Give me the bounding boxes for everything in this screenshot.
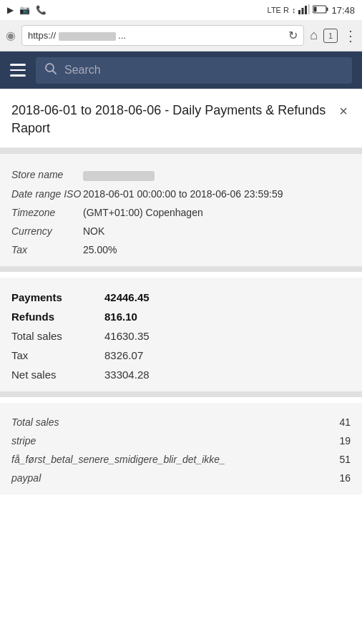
report-header: 2018-06-01 to 2018-06-06 - Daily Payment…: [0, 89, 362, 148]
signal-bars: [298, 4, 310, 16]
tax-value: 8326.07: [104, 349, 143, 361]
search-icon: [44, 62, 57, 79]
total-sales-value: 41630.35: [104, 330, 150, 342]
svg-line-8: [53, 70, 57, 74]
svg-rect-0: [298, 10, 300, 14]
info-row-timezone: Timezone (GMT+01:00) Copenhagen: [11, 203, 351, 222]
shield-icon: ◉: [6, 29, 16, 42]
browser-bar: ◉ https:// ... ↻ ⌂ 1 ⋮: [0, 20, 362, 52]
app-header: [0, 52, 362, 89]
hamburger-menu[interactable]: [10, 64, 26, 77]
bottom-row-total-sales: Total sales 41: [11, 413, 351, 431]
bottom-row-fa-forst: få_først_betal_senere_smidigere_blir_det…: [11, 450, 351, 469]
info-row-currency: Currency NOK: [11, 222, 351, 240]
stats-row-tax: Tax 8326.07: [11, 346, 351, 365]
play-icon: ▶: [7, 5, 14, 15]
currency-label: Currency: [11, 225, 83, 237]
payments-label: Payments: [11, 291, 104, 303]
divider-2: [0, 266, 362, 272]
status-bar: ▶ 📷 📞 LTE R ↕ 17:48: [0, 0, 362, 20]
stats-row-refunds: Refunds 816.10: [11, 307, 351, 326]
stats-section: Payments 42446.45 Refunds 816.10 Total s…: [0, 278, 362, 391]
menu-icon[interactable]: ⋮: [343, 27, 356, 44]
tax-label: Tax: [11, 349, 104, 361]
timezone-value: (GMT+01:00) Copenhagen: [83, 207, 351, 218]
close-button[interactable]: ×: [336, 103, 351, 119]
stats-row-total-sales: Total sales 41630.35: [11, 326, 351, 346]
refunds-value: 816.10: [104, 311, 137, 323]
bottom-row-stripe: stripe 19: [11, 431, 351, 450]
signal-arrows: ↕: [292, 6, 296, 14]
stats-row-payments: Payments 42446.45: [11, 288, 351, 307]
date-range-value: 2018-06-01 00:00:00 to 2018-06-06 23:59:…: [83, 188, 351, 200]
info-row-store: Store name: [11, 165, 351, 184]
store-name-label: Store name: [11, 169, 83, 180]
info-section: Store name Date range ISO 2018-06-01 00:…: [0, 154, 362, 265]
bottom-total-sales-label: Total sales: [11, 416, 322, 428]
page-content: 2018-06-01 to 2018-06-06 - Daily Payment…: [0, 89, 362, 494]
search-box[interactable]: [36, 57, 352, 84]
phone-icon: 📞: [36, 5, 47, 15]
tab-icon[interactable]: 1: [323, 29, 338, 43]
currency-value: NOK: [83, 225, 351, 237]
info-row-daterange: Date range ISO 2018-06-01 00:00:00 to 20…: [11, 185, 351, 203]
timezone-label: Timezone: [11, 207, 83, 218]
svg-rect-3: [308, 4, 310, 14]
home-icon[interactable]: ⌂: [310, 28, 318, 43]
url-text: https:// ...: [28, 30, 285, 41]
bottom-stripe-label: stripe: [11, 435, 322, 447]
bottom-row-paypal: paypal 16: [11, 469, 351, 487]
refunds-label: Refunds: [11, 311, 104, 323]
status-bar-left-icons: ▶ 📷 📞: [7, 5, 47, 15]
network-label: LTE R: [268, 6, 289, 14]
divider-1: [0, 148, 362, 154]
date-range-label: Date range ISO: [11, 188, 83, 200]
stats-row-net-sales: Net sales 33304.28: [11, 365, 351, 384]
time-label: 17:48: [331, 5, 355, 16]
divider-3: [0, 391, 362, 397]
tax-rate-value: 25.00%: [83, 244, 351, 255]
tax-rate-label: Tax: [11, 244, 83, 255]
net-sales-value: 33304.28: [104, 369, 150, 381]
svg-rect-6: [314, 6, 317, 11]
bottom-total-sales-value: 41: [322, 416, 351, 428]
svg-rect-2: [305, 6, 307, 14]
url-box[interactable]: https:// ... ↻: [21, 25, 304, 46]
refresh-icon[interactable]: ↻: [288, 29, 298, 42]
store-name-blurred: [83, 171, 155, 181]
svg-rect-5: [327, 7, 328, 11]
payments-value: 42446.45: [104, 291, 150, 303]
bottom-paypal-value: 16: [322, 472, 351, 484]
info-row-tax-rate: Tax 25.00%: [11, 240, 351, 259]
total-sales-label: Total sales: [11, 330, 104, 342]
battery-icon: [313, 5, 328, 16]
image-icon: 📷: [19, 5, 30, 15]
bottom-section: Total sales 41 stripe 19 få_først_betal_…: [0, 403, 362, 494]
search-input[interactable]: [64, 64, 343, 77]
svg-rect-1: [302, 8, 304, 14]
status-bar-right-icons: LTE R ↕ 17:48: [268, 4, 355, 16]
store-name-value: [83, 169, 351, 180]
bottom-fa-forst-value: 51: [322, 454, 351, 465]
bottom-stripe-value: 19: [322, 435, 351, 447]
url-hidden: [59, 32, 116, 41]
bottom-fa-forst-label: få_først_betal_senere_smidigere_blir_det…: [11, 454, 322, 465]
report-title: 2018-06-01 to 2018-06-06 - Daily Payment…: [11, 102, 336, 137]
bottom-paypal-label: paypal: [11, 472, 322, 484]
net-sales-label: Net sales: [11, 369, 104, 381]
